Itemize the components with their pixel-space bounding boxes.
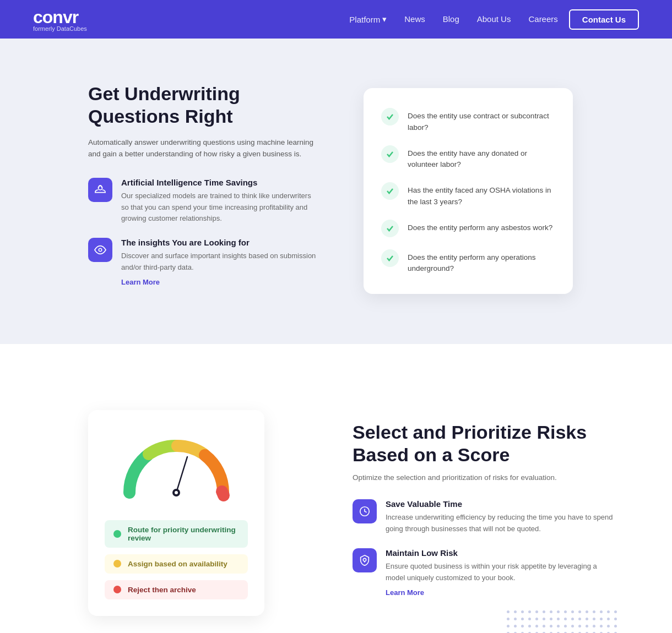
feature-insights: The insights You are Looking for Discove… [88, 238, 319, 287]
check-icon-4 [381, 220, 399, 237]
eye-icon [94, 244, 106, 256]
dot-deco [507, 625, 510, 627]
shield-icon [359, 554, 371, 566]
dot-deco [514, 610, 517, 613]
section-gap [0, 344, 672, 377]
risk-feature-text: Maintain Low Risk Ensure quoted business… [386, 548, 617, 597]
question-row-1: Does the entity use contract or subcontr… [381, 108, 555, 133]
dot-deco [557, 610, 560, 613]
question-text-2: Does the entity have any donated or volu… [408, 145, 555, 171]
dot-deco [507, 610, 510, 613]
dots-decoration: // Generate dots for(let i=0; i<80; i++)… [507, 610, 617, 633]
dot-deco [578, 610, 581, 613]
insights-feature-title: The insights You are Looking for [121, 238, 319, 247]
dot-deco [600, 610, 603, 613]
dot-deco [607, 610, 610, 613]
svg-point-4 [175, 491, 178, 494]
question-row-4: Does the entity perform any asbestos wor… [381, 220, 555, 237]
dot-deco [614, 610, 617, 613]
insights-icon-box [88, 238, 112, 262]
gauge-wrapper [105, 432, 248, 504]
dot-deco [614, 618, 617, 620]
section-underwriting: Get Underwriting Questions Right Automat… [0, 39, 672, 344]
nav-blog[interactable]: Blog [443, 14, 459, 24]
gauge-label-red-text: Reject then archive [128, 586, 196, 594]
dot-deco [543, 625, 545, 627]
gauge-label-green: Route for priority underwriting review [105, 520, 248, 548]
underwriting-title: Get Underwriting Questions Right [88, 83, 319, 128]
nav-careers[interactable]: Careers [528, 14, 557, 24]
section-risks: Route for priority underwriting review A… [0, 377, 672, 633]
dot-deco [571, 610, 574, 613]
dot-deco [564, 610, 567, 613]
underwriting-right: Does the entity use contract or subcontr… [364, 88, 573, 294]
ai-feature-title: Artificial Intelligence Time Savings [121, 178, 319, 187]
insights-learn-more[interactable]: Learn More [121, 278, 160, 286]
nav-about[interactable]: About Us [477, 14, 511, 24]
dot-deco [578, 618, 581, 620]
time-feature-title: Save Valuable Time [386, 499, 617, 509]
feature-risk: Maintain Low Risk Ensure quoted business… [353, 548, 617, 597]
dot-deco [550, 610, 552, 613]
gauge-label-green-text: Route for priority underwriting review [128, 526, 239, 542]
underwriting-left: Get Underwriting Questions Right Automat… [88, 83, 319, 300]
dot-deco [557, 618, 560, 620]
dot-deco [543, 618, 545, 620]
dot-deco [600, 625, 603, 627]
nav-news[interactable]: News [404, 14, 425, 24]
dot-deco [607, 625, 610, 627]
dot-deco [550, 625, 552, 627]
ai-feature-desc: Our specialized models are trained to th… [121, 190, 319, 225]
dot-deco [528, 625, 531, 627]
logo[interactable]: convr formerly DataCubes [33, 7, 87, 32]
dot-deco [600, 618, 603, 620]
risk-feature-title: Maintain Low Risk [386, 548, 617, 558]
ai-feature-text: Artificial Intelligence Time Savings Our… [121, 178, 319, 225]
check-icon-1 [381, 108, 399, 125]
feature-time: Save Valuable Time Increase underwriting… [353, 499, 617, 535]
question-text-5: Does the entity perform any operations u… [408, 249, 555, 275]
gauge-labels: Route for priority underwriting review A… [105, 520, 248, 599]
dot-deco [578, 625, 581, 627]
gauge-label-red: Reject then archive [105, 580, 248, 599]
nav-platform[interactable]: Platform ▾ [349, 14, 387, 24]
dot-deco [564, 618, 567, 620]
dot-deco [586, 625, 588, 627]
dot-deco [535, 625, 538, 627]
dot-deco [593, 625, 595, 627]
risk-feature-desc: Ensure quoted business is within your ri… [386, 561, 617, 584]
question-text-3: Has the entity faced any OSHA violations… [408, 182, 555, 208]
dot-deco [535, 610, 538, 613]
time-feature-text: Save Valuable Time Increase underwriting… [386, 499, 617, 535]
gauge-card: Route for priority underwriting review A… [88, 410, 264, 616]
risk-learn-more[interactable]: Learn More [386, 588, 424, 597]
dot-deco [557, 625, 560, 627]
dot-deco [586, 618, 588, 620]
dot-deco [586, 610, 588, 613]
check-icon-5 [381, 249, 399, 267]
clock-icon [359, 505, 371, 517]
dot-red [113, 586, 121, 593]
dot-deco [564, 625, 567, 627]
dot-deco [607, 618, 610, 620]
nav-links: Platform ▾ News Blog About Us Careers [349, 14, 557, 24]
risks-left: Route for priority underwriting review A… [88, 410, 308, 616]
contact-button[interactable]: Contact Us [569, 9, 639, 30]
dot-deco [571, 625, 574, 627]
svg-point-1 [99, 248, 102, 252]
gauge-chart [116, 432, 237, 504]
question-row-5: Does the entity perform any operations u… [381, 249, 555, 275]
dot-deco [571, 618, 574, 620]
brain-icon [94, 184, 106, 196]
dot-deco [614, 625, 617, 627]
risk-icon-box [353, 548, 377, 572]
dot-deco [514, 625, 517, 627]
dot-deco [528, 610, 531, 613]
insights-feature-text: The insights You are Looking for Discove… [121, 238, 319, 287]
logo-brand: convr [33, 7, 78, 27]
dot-deco [535, 618, 538, 620]
logo-sub: formerly DataCubes [33, 25, 87, 32]
dot-deco [543, 610, 545, 613]
dot-green [113, 530, 121, 538]
check-icon-3 [381, 182, 399, 200]
